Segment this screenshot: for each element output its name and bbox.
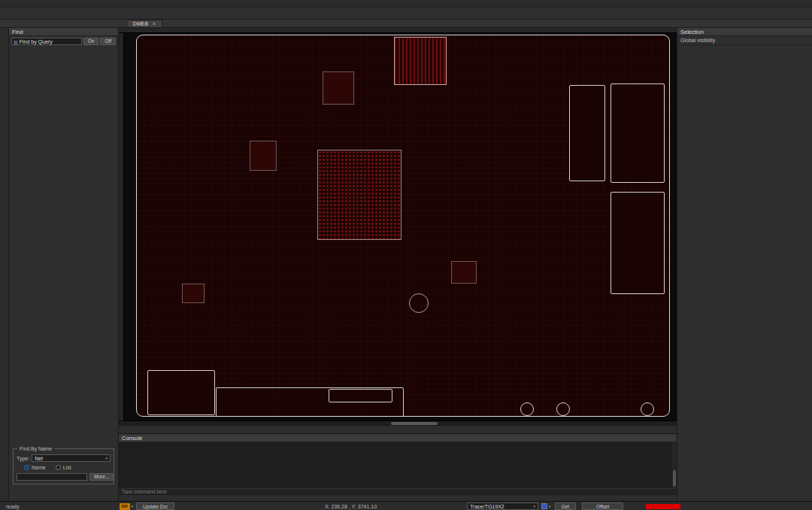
memory-connector [394,37,447,85]
main-toolbar [0,8,812,20]
menu-bar [0,0,812,8]
console-tabs [119,494,677,501]
update-drc-button[interactable]: Update Drc [136,502,174,510]
type-select-value: Net [35,456,43,461]
offset-button[interactable]: Offset [582,502,623,510]
find-panel-titlebar: Find [9,28,118,36]
chip-block [323,71,354,105]
hdmi-connector [329,389,392,402]
find-query-row: ▥ Find by Query On Off [9,36,118,47]
chevron-down-icon[interactable]: ▾ [549,504,551,508]
chevron-down-icon: ▾ [534,504,536,508]
ethernet-connector [611,192,665,294]
status-ready: ready [6,504,20,509]
chip-block [250,141,277,171]
logo-mark [409,293,429,313]
console-panel: Console Type command here [119,433,677,501]
drc-badge[interactable]: DR [120,503,130,510]
name-radio[interactable]: Name [24,465,46,470]
active-class-value: Trace/TG19X2 [470,504,504,509]
application-window: DMEB × Find ▥ Find by Query On Off [0,0,812,510]
audio-jack [556,402,570,416]
chevron-down-icon: ▾ [105,456,108,460]
cursor-coordinates: X: 236.28 , Y: 3741.10 [325,504,377,509]
global-visibility-row: Global visibility [677,36,812,45]
find-panel: Find ▥ Find by Query On Off Find By Name… [9,28,119,501]
main-soc-bga [317,150,401,240]
vertical-ruler [119,33,124,420]
global-visibility-label: Global visibility [680,38,715,43]
find-panel-title: Find [12,29,23,35]
selection-panel-title: Selection [680,29,704,35]
find-name-input[interactable] [17,473,87,481]
console-log [119,440,672,488]
scrollbar-thumb[interactable] [391,422,438,425]
chevron-down-icon[interactable]: ▾ [132,504,134,508]
find-filter-grid [9,47,118,51]
document-tab-label: DMEB [133,21,148,26]
rs232-connector [611,83,665,183]
pcb-canvas[interactable] [124,33,677,420]
list-radio-label: List [63,465,71,470]
side-rail [0,28,9,501]
progress-bar [646,504,680,509]
name-radio-label: Name [32,465,46,470]
type-select[interactable]: Net ▾ [32,454,111,462]
chip-block [182,284,205,303]
horizontal-scrollbar[interactable] [119,420,677,425]
audio-jack [520,402,534,416]
document-tab-dmeb[interactable]: DMEB × [126,20,162,27]
layer-strip [119,425,677,433]
audio-jack [641,402,654,416]
pcb-board [136,35,670,417]
jtag-connector [569,85,605,181]
status-bar: ready DR ▾ Update Drc X: 236.28 , Y: 374… [0,501,812,510]
query-text: Find by Query [20,39,53,44]
list-radio[interactable]: List [56,465,71,470]
horizontal-ruler [119,28,677,33]
command-input[interactable]: Type command here [119,488,677,494]
type-label: Type: [17,456,29,461]
radio-dot-icon [56,465,61,470]
color-swatch[interactable] [541,503,547,509]
usb3-connector [147,370,215,415]
console-scrollbar[interactable] [672,442,677,488]
get-button[interactable]: Get [555,502,576,510]
query-icon: ▥ [14,39,18,44]
find-by-query-field[interactable]: ▥ Find by Query [11,38,82,45]
find-by-name-group: Find By Name Type: Net ▾ Name List More.… [13,448,114,484]
chip-block [451,261,477,284]
more-button[interactable]: More... [89,473,114,481]
active-class-select[interactable]: Trace/TG19X2 ▾ [467,502,538,510]
selection-panel-titlebar: Selection [677,28,812,36]
query-on-button[interactable]: On [83,38,99,45]
selection-panel: Selection Global visibility [677,28,812,501]
close-icon[interactable]: × [153,21,156,26]
find-by-name-title: Find By Name [17,446,54,451]
tab-row: DMEB × [0,20,812,28]
scrollbar-thumb[interactable] [673,470,676,487]
radio-dot-icon [24,465,29,470]
query-off-button[interactable]: Off [100,38,116,45]
